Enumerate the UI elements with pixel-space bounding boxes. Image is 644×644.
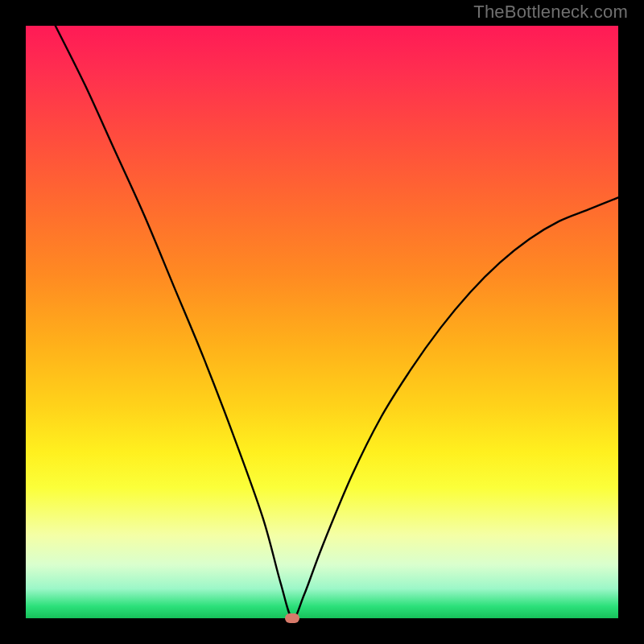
chart-frame: TheBottleneck.com <box>0 0 644 644</box>
bottleneck-curve <box>26 26 618 618</box>
plot-area <box>26 26 618 618</box>
watermark-text: TheBottleneck.com <box>473 2 628 23</box>
optimal-point-marker <box>285 613 299 623</box>
